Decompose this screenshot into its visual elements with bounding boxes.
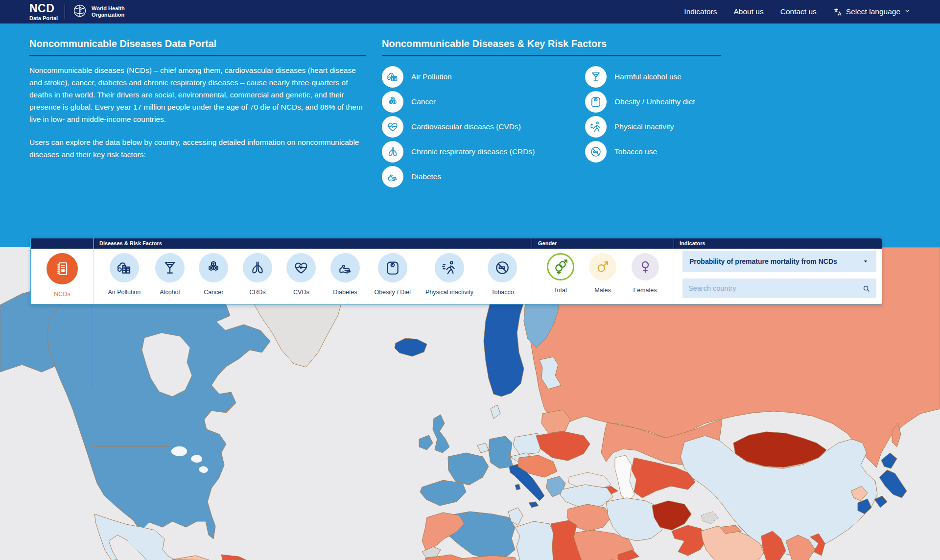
heart-pulse-icon [286,253,316,282]
cancer-icon [199,253,228,282]
gender-section-header: Gender [538,240,557,246]
alcohol-icon [585,66,607,88]
male-icon [589,253,616,280]
gender-section: Total Males Females [532,249,674,304]
risk-item-crds[interactable]: Chronic respiratory diseases (CRDs) [382,139,585,164]
language-selector[interactable]: Select language [833,7,911,17]
filter-cancer[interactable]: Cancer [199,249,228,304]
risk-factors-title: Noncommunicable Diseases & Key Risk Fact… [382,38,721,56]
risk-label: Chronic respiratory diseases (CRDs) [411,147,535,156]
intro-paragraph-1: Noncommunicable diseases (NCDs) – chief … [29,64,366,126]
search-icon[interactable] [862,284,870,293]
risk-label: Harmful alcohol use [614,72,682,81]
top-navbar: NCD Data Portal World Health Organizatio… [0,0,940,23]
filter-ncds-button[interactable]: NCDs [47,249,78,304]
who-line2: Organization [92,12,125,18]
filter-label: NCDs [54,291,70,298]
filter-label: CVDs [293,289,309,296]
indicator-select[interactable]: Probability of premature mortality from … [682,251,876,272]
gender-males-button[interactable]: Males [589,249,616,304]
logo-divider [65,4,65,19]
alcohol-icon [155,253,185,282]
risk-item-physical-inactivity[interactable]: Physical inactivity [585,114,721,139]
risk-item-diabetes[interactable]: Diabetes [382,164,585,189]
nav-link-indicators[interactable]: Indicators [684,7,717,16]
filter-tobacco[interactable]: Tobacco [488,249,517,304]
filter-label: Physical inactivity [425,289,473,296]
no-smoking-icon [488,253,517,282]
ncd-logo-text: NCD Data Portal [29,3,58,21]
filter-alcohol[interactable]: Alcohol [155,249,185,304]
translate-icon [833,7,843,17]
risk-label: Obesity / Unhealthy diet [614,97,695,106]
no-smoking-icon [585,141,607,163]
risk-item-obesity[interactable]: Obesity / Unhealthy diet [585,89,721,114]
diabetes-hand-icon [330,253,360,282]
air-pollution-icon [110,253,139,282]
lungs-icon [382,141,403,163]
hero-section: Noncommunicable Diseases Data Portal Non… [0,23,940,247]
runner-icon [585,116,607,138]
filter-toolbar: Diseases & Risk Factors Gender Indicator… [30,238,882,304]
gender-females-button[interactable]: Females [632,249,659,304]
risk-column-1: Air Pollution Cancer Cardiovascular dise… [382,64,585,189]
diabetes-hand-icon [382,166,403,187]
section-divider [674,238,674,304]
filter-label: Tobacco [491,289,514,296]
diseases-section-header: Diseases & Risk Factors [99,240,162,246]
risk-item-tobacco[interactable]: Tobacco use [585,139,721,164]
filter-label: Females [634,287,657,294]
page-title: Noncommunicable Diseases Data Portal [29,38,366,56]
filter-air-pollution[interactable]: Air Pollution [108,249,141,304]
who-logo-text: World Health Organization [92,5,125,18]
risk-label: Cancer [411,97,436,106]
filter-cvds[interactable]: CVDs [286,249,316,304]
cancer-icon [382,91,403,113]
language-label: Select language [846,7,900,16]
filter-label: Alcohol [160,289,180,296]
ncd-logo[interactable]: NCD Data Portal World Health Organizatio… [29,3,125,21]
logo-subtitle: Data Portal [29,16,58,21]
gender-total-button[interactable]: Total [547,249,574,304]
risk-item-cvds[interactable]: Cardiovascular diseases (CVDs) [382,114,585,139]
logo-title: NCD [29,3,58,14]
nav-link-about-us[interactable]: About us [734,7,764,16]
ncds-section: NCDs [31,249,94,304]
gender-total-icon [547,253,574,280]
filter-label: CRDs [249,289,265,296]
search-country-input[interactable] [688,284,862,292]
hero-risk-factors: Noncommunicable Diseases & Key Risk Fact… [382,38,721,189]
risk-label: Cardiovascular diseases (CVDs) [411,122,521,131]
weight-scale-icon [585,91,607,113]
risk-column-2: Harmful alcohol use Obesity / Unhealthy … [585,64,721,189]
intro-paragraph-2: Users can explore the data below by coun… [29,136,366,161]
risk-item-cancer[interactable]: Cancer [382,89,585,114]
filter-obesity-diet[interactable]: Obesity / Diet [374,249,411,304]
female-icon [632,253,659,280]
risk-label: Diabetes [411,172,441,181]
filter-crds[interactable]: CRDs [243,249,272,304]
indicators-section-header: Indicators [680,240,705,246]
risk-item-alcohol[interactable]: Harmful alcohol use [585,64,721,89]
filter-label: Total [554,287,566,294]
chevron-down-icon [904,7,911,16]
nav-links: Indicators About us Contact us Select la… [684,7,911,17]
select-caret-icon [862,257,870,265]
diseases-section: Air Pollution Alcohol Cancer CRDs CVDs D… [94,249,532,304]
air-pollution-icon [382,66,403,88]
who-line1: World Health [92,5,125,12]
risk-item-air-pollution[interactable]: Air Pollution [382,64,585,89]
filter-physical-inactivity[interactable]: Physical inactivity [425,249,473,304]
heart-pulse-icon [382,116,403,138]
filter-diabetes[interactable]: Diabetes [330,249,360,304]
lungs-icon [243,253,272,282]
runner-icon [435,253,464,282]
country-search [682,279,876,298]
filter-label: Males [594,287,611,294]
risk-label: Tobacco use [614,147,657,156]
ncds-report-icon [47,253,78,284]
who-emblem-icon [72,3,88,21]
filter-label: Cancer [204,289,223,296]
who-logo[interactable]: World Health Organization [72,3,125,21]
nav-link-contact-us[interactable]: Contact us [780,7,817,16]
